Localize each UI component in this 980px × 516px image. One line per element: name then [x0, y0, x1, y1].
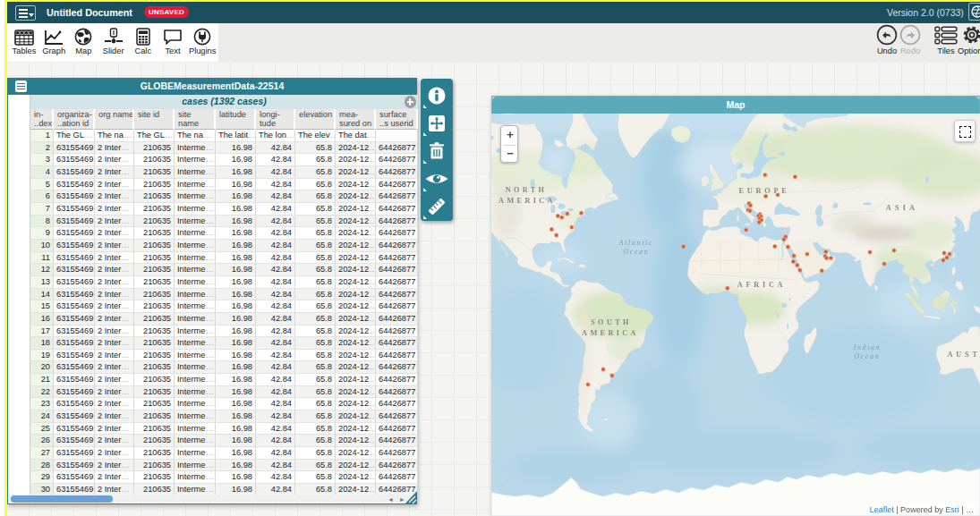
svg-text:Ocean: Ocean [624, 248, 650, 256]
svg-text:Indian: Indian [853, 343, 882, 351]
svg-text:AFRICA: AFRICA [737, 281, 787, 289]
svg-text:EUROPE: EUROPE [739, 187, 790, 195]
svg-text:ASIA: ASIA [886, 204, 918, 212]
svg-text:NORTH: NORTH [506, 186, 548, 194]
svg-text:AUSTR: AUSTR [948, 351, 980, 359]
svg-text:Atlantic: Atlantic [618, 239, 653, 247]
svg-text:SOUTH: SOUTH [591, 318, 632, 326]
svg-text:AMERICA: AMERICA [499, 197, 556, 205]
svg-text:AMERICA: AMERICA [582, 329, 639, 337]
svg-text:Ocean: Ocean [855, 352, 881, 360]
